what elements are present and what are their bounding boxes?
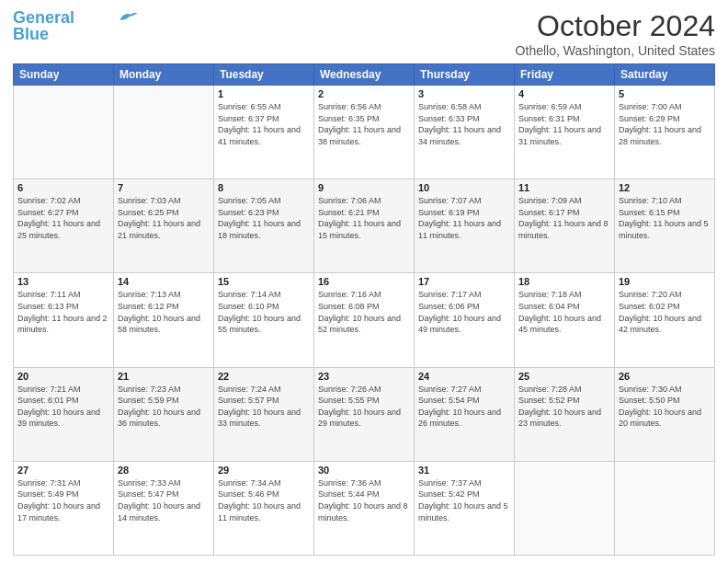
day-info: Sunrise: 7:10 AMSunset: 6:15 PMDaylight:… [619, 195, 711, 241]
logo: General Blue [13, 9, 139, 44]
day-cell: 6Sunrise: 7:02 AMSunset: 6:27 PMDaylight… [14, 179, 114, 273]
day-number: 21 [118, 371, 210, 382]
day-info: Sunrise: 7:21 AMSunset: 6:01 PMDaylight:… [17, 384, 109, 430]
day-info: Sunrise: 7:28 AMSunset: 5:52 PMDaylight:… [518, 384, 610, 430]
day-cell: 30Sunrise: 7:36 AMSunset: 5:44 PMDayligh… [314, 461, 415, 555]
week-row-5: 27Sunrise: 7:31 AMSunset: 5:49 PMDayligh… [14, 461, 715, 555]
day-info: Sunrise: 6:56 AMSunset: 6:35 PMDaylight:… [318, 101, 410, 147]
col-header-sunday: Sunday [14, 64, 114, 86]
calendar-table: SundayMondayTuesdayWednesdayThursdayFrid… [13, 63, 715, 556]
day-cell: 31Sunrise: 7:37 AMSunset: 5:42 PMDayligh… [415, 461, 515, 555]
week-row-3: 13Sunrise: 7:11 AMSunset: 6:13 PMDayligh… [14, 273, 715, 367]
day-number: 10 [418, 182, 510, 193]
day-number: 5 [619, 88, 711, 99]
day-info: Sunrise: 6:58 AMSunset: 6:33 PMDaylight:… [418, 101, 510, 147]
day-info: Sunrise: 7:37 AMSunset: 5:42 PMDaylight:… [418, 477, 510, 523]
day-number: 2 [318, 88, 410, 99]
day-info: Sunrise: 7:27 AMSunset: 5:54 PMDaylight:… [418, 384, 510, 430]
day-info: Sunrise: 7:24 AMSunset: 5:57 PMDaylight:… [218, 384, 310, 430]
logo-blue: Blue [13, 26, 49, 44]
day-info: Sunrise: 7:34 AMSunset: 5:46 PMDaylight:… [218, 477, 310, 523]
col-header-saturday: Saturday [615, 64, 715, 86]
day-number: 24 [418, 371, 510, 382]
col-header-monday: Monday [114, 64, 214, 86]
day-cell: 7Sunrise: 7:03 AMSunset: 6:25 PMDaylight… [114, 179, 214, 273]
day-cell: 17Sunrise: 7:17 AMSunset: 6:06 PMDayligh… [415, 273, 515, 367]
day-cell: 24Sunrise: 7:27 AMSunset: 5:54 PMDayligh… [415, 367, 515, 461]
day-cell: 18Sunrise: 7:18 AMSunset: 6:04 PMDayligh… [515, 273, 615, 367]
day-number: 7 [118, 182, 210, 193]
day-cell: 27Sunrise: 7:31 AMSunset: 5:49 PMDayligh… [14, 461, 114, 555]
day-cell: 11Sunrise: 7:09 AMSunset: 6:17 PMDayligh… [515, 179, 615, 273]
day-info: Sunrise: 6:59 AMSunset: 6:31 PMDaylight:… [518, 101, 610, 147]
day-number: 6 [17, 182, 109, 193]
day-cell: 26Sunrise: 7:30 AMSunset: 5:50 PMDayligh… [615, 367, 715, 461]
day-number: 18 [518, 276, 610, 287]
day-number: 19 [619, 276, 711, 287]
day-number: 16 [318, 276, 410, 287]
day-number: 11 [518, 182, 610, 193]
day-cell: 21Sunrise: 7:23 AMSunset: 5:59 PMDayligh… [114, 367, 214, 461]
day-number: 20 [17, 371, 109, 382]
day-cell: 19Sunrise: 7:20 AMSunset: 6:02 PMDayligh… [615, 273, 715, 367]
col-header-wednesday: Wednesday [314, 64, 415, 86]
day-cell: 13Sunrise: 7:11 AMSunset: 6:13 PMDayligh… [14, 273, 114, 367]
day-info: Sunrise: 7:36 AMSunset: 5:44 PMDaylight:… [318, 477, 410, 523]
day-cell: 9Sunrise: 7:06 AMSunset: 6:21 PMDaylight… [314, 179, 415, 273]
day-info: Sunrise: 7:11 AMSunset: 6:13 PMDaylight:… [17, 289, 109, 335]
day-cell: 14Sunrise: 7:13 AMSunset: 6:12 PMDayligh… [114, 273, 214, 367]
day-info: Sunrise: 7:07 AMSunset: 6:19 PMDaylight:… [418, 195, 510, 241]
day-cell: 23Sunrise: 7:26 AMSunset: 5:55 PMDayligh… [314, 367, 415, 461]
day-number: 22 [218, 371, 310, 382]
day-number: 28 [118, 465, 210, 476]
day-info: Sunrise: 7:20 AMSunset: 6:02 PMDaylight:… [619, 289, 711, 335]
day-info: Sunrise: 7:09 AMSunset: 6:17 PMDaylight:… [518, 195, 610, 241]
day-cell: 12Sunrise: 7:10 AMSunset: 6:15 PMDayligh… [615, 179, 715, 273]
day-number: 15 [218, 276, 310, 287]
day-info: Sunrise: 7:05 AMSunset: 6:23 PMDaylight:… [218, 195, 310, 241]
month-year: October 2024 [516, 9, 715, 43]
day-cell: 8Sunrise: 7:05 AMSunset: 6:23 PMDaylight… [214, 179, 314, 273]
day-info: Sunrise: 7:06 AMSunset: 6:21 PMDaylight:… [318, 195, 410, 241]
col-header-thursday: Thursday [415, 64, 515, 86]
day-number: 17 [418, 276, 510, 287]
day-number: 30 [318, 465, 410, 476]
day-number: 14 [118, 276, 210, 287]
day-cell: 15Sunrise: 7:14 AMSunset: 6:10 PMDayligh… [214, 273, 314, 367]
day-number: 27 [17, 465, 109, 476]
day-cell: 22Sunrise: 7:24 AMSunset: 5:57 PMDayligh… [214, 367, 314, 461]
day-cell: 1Sunrise: 6:55 AMSunset: 6:37 PMDaylight… [214, 86, 314, 179]
day-info: Sunrise: 7:17 AMSunset: 6:06 PMDaylight:… [418, 289, 510, 335]
calendar-header-row: SundayMondayTuesdayWednesdayThursdayFrid… [14, 64, 715, 86]
day-info: Sunrise: 7:26 AMSunset: 5:55 PMDaylight:… [318, 384, 410, 430]
day-number: 1 [218, 88, 310, 99]
day-cell [14, 86, 114, 179]
day-number: 3 [418, 88, 510, 99]
day-number: 9 [318, 182, 410, 193]
day-cell: 29Sunrise: 7:34 AMSunset: 5:46 PMDayligh… [214, 461, 314, 555]
day-info: Sunrise: 7:16 AMSunset: 6:08 PMDaylight:… [318, 289, 410, 335]
day-number: 4 [518, 88, 610, 99]
day-cell: 3Sunrise: 6:58 AMSunset: 6:33 PMDaylight… [415, 86, 515, 179]
day-number: 12 [619, 182, 711, 193]
day-cell [615, 461, 715, 555]
day-cell: 28Sunrise: 7:33 AMSunset: 5:47 PMDayligh… [114, 461, 214, 555]
col-header-tuesday: Tuesday [214, 64, 314, 86]
day-number: 26 [619, 371, 711, 382]
day-info: Sunrise: 7:30 AMSunset: 5:50 PMDaylight:… [619, 384, 711, 430]
day-cell: 2Sunrise: 6:56 AMSunset: 6:35 PMDaylight… [314, 86, 415, 179]
location: Othello, Washington, United States [516, 43, 715, 58]
day-number: 31 [418, 465, 510, 476]
day-info: Sunrise: 7:00 AMSunset: 6:29 PMDaylight:… [619, 101, 711, 147]
day-cell [515, 461, 615, 555]
bird-icon [119, 10, 139, 23]
day-cell: 5Sunrise: 7:00 AMSunset: 6:29 PMDaylight… [615, 86, 715, 179]
day-info: Sunrise: 7:14 AMSunset: 6:10 PMDaylight:… [218, 289, 310, 335]
week-row-1: 1Sunrise: 6:55 AMSunset: 6:37 PMDaylight… [14, 86, 715, 179]
day-number: 13 [17, 276, 109, 287]
day-info: Sunrise: 7:03 AMSunset: 6:25 PMDaylight:… [118, 195, 210, 241]
day-cell: 10Sunrise: 7:07 AMSunset: 6:19 PMDayligh… [415, 179, 515, 273]
day-info: Sunrise: 7:31 AMSunset: 5:49 PMDaylight:… [17, 477, 109, 523]
day-number: 29 [218, 465, 310, 476]
day-info: Sunrise: 7:02 AMSunset: 6:27 PMDaylight:… [17, 195, 109, 241]
